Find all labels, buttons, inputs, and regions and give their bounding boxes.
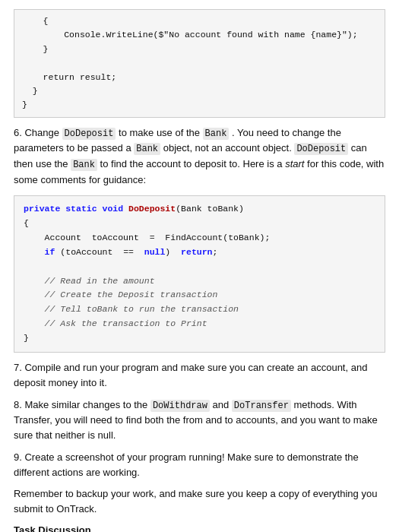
section-6-bank-3: Bank (71, 159, 97, 171)
main-code-line-2: { (24, 217, 375, 231)
code-line-7: } (22, 98, 377, 112)
code-line-6: } (22, 84, 377, 98)
item-9: 9. Create a screenshot of your program r… (14, 450, 385, 480)
section-6-bank-1: Bank (203, 128, 230, 140)
item-8-text-1: and (210, 399, 232, 410)
main-code-line-6: // Read in the amount (24, 274, 375, 289)
section-6-bank-2: Bank (134, 143, 160, 155)
main-code-line-10: } (24, 331, 375, 346)
section-6: 6. Change DoDeposit to make use of the B… (14, 125, 385, 188)
main-code-line-8: // Tell toBank to run the transaction (24, 302, 375, 317)
main-code-line-1: private static void DoDeposit(Bank toBan… (24, 202, 375, 217)
code-line-2: Console.WriteLine($"No account found wit… (22, 28, 377, 42)
item-7-text: Compile and run your program and make su… (14, 362, 367, 388)
code-line-5: return result; (22, 71, 377, 84)
task-heading: Task Discussion (14, 524, 385, 532)
main-code-line-5 (24, 260, 375, 274)
item-9-text: Create a screenshot of your program runn… (14, 451, 359, 478)
item-8-dowithdraw: DoWithdraw (150, 400, 210, 412)
item-8-dotransfer: DoTransfer (232, 400, 291, 412)
page: { Console.WriteLine($"No account found w… (0, 0, 399, 532)
section-6-dodeposit-1: DoDeposit (62, 128, 116, 140)
top-code-block: { Console.WriteLine($"No account found w… (14, 9, 385, 118)
item-8-number: 8. Make similar changes to the (14, 399, 150, 410)
item-7-number: 7. (14, 362, 24, 373)
item-9-number: 9. (14, 451, 24, 463)
code-line-4 (22, 56, 377, 70)
reminder-text: Remember to backup your work, and make s… (14, 486, 385, 517)
main-code-block: private static void DoDeposit(Bank toBan… (14, 195, 385, 353)
code-line-1: { (22, 14, 377, 28)
item-7: 7. Compile and run your program and make… (14, 360, 385, 391)
item-8: 8. Make similar changes to the DoWithdra… (14, 397, 385, 444)
main-code-line-3: Account toAccount = FindAccount(toBank); (24, 231, 375, 245)
main-code-line-9: // Ask the transaction to Print (24, 317, 375, 331)
section-6-text-1: to make use of the (116, 127, 202, 138)
section-6-number: 6. Change (14, 127, 62, 138)
section-6-text-3: object, not an account object. (160, 142, 294, 154)
code-line-3: } (22, 43, 377, 56)
section-6-dodeposit-2: DoDeposit (294, 143, 348, 155)
main-code-line-7: // Create the Deposit transaction (24, 288, 375, 302)
main-code-line-4: if (toAccount == null) return; (24, 245, 375, 260)
